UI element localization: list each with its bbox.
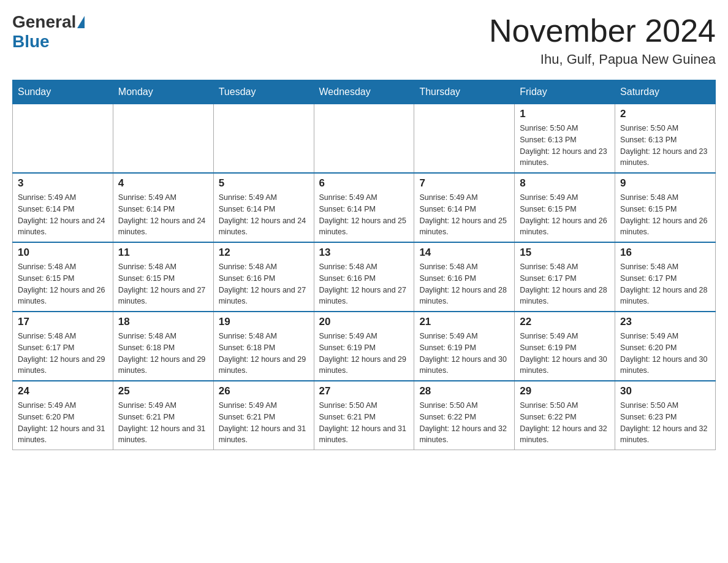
calendar-table: SundayMondayTuesdayWednesdayThursdayFrid… xyxy=(12,80,716,450)
calendar-day-cell: 18Sunrise: 5:48 AMSunset: 6:18 PMDayligh… xyxy=(113,312,213,381)
day-info: Sunrise: 5:48 AMSunset: 6:16 PMDaylight:… xyxy=(319,261,409,307)
day-number: 6 xyxy=(319,177,409,190)
day-of-week-header: Saturday xyxy=(615,80,716,104)
day-number: 20 xyxy=(319,316,409,328)
day-info: Sunrise: 5:49 AMSunset: 6:14 PMDaylight:… xyxy=(419,192,509,238)
calendar-day-cell: 13Sunrise: 5:48 AMSunset: 6:16 PMDayligh… xyxy=(314,242,414,312)
day-number: 16 xyxy=(620,247,710,259)
calendar-week-row: 10Sunrise: 5:48 AMSunset: 6:15 PMDayligh… xyxy=(13,242,716,312)
day-info: Sunrise: 5:48 AMSunset: 6:16 PMDaylight:… xyxy=(419,261,509,307)
calendar-day-cell: 4Sunrise: 5:49 AMSunset: 6:14 PMDaylight… xyxy=(113,173,213,242)
day-of-week-header: Friday xyxy=(515,80,615,104)
day-info: Sunrise: 5:48 AMSunset: 6:18 PMDaylight:… xyxy=(118,331,208,377)
logo-general-text: General xyxy=(12,12,76,32)
calendar-day-cell: 3Sunrise: 5:49 AMSunset: 6:14 PMDaylight… xyxy=(13,173,113,242)
day-of-week-header: Wednesday xyxy=(314,80,414,104)
day-number: 29 xyxy=(520,385,610,397)
calendar-day-cell: 10Sunrise: 5:48 AMSunset: 6:15 PMDayligh… xyxy=(13,242,113,312)
day-number: 27 xyxy=(319,385,409,397)
calendar-day-cell: 14Sunrise: 5:48 AMSunset: 6:16 PMDayligh… xyxy=(414,242,515,312)
day-number: 23 xyxy=(620,316,710,328)
calendar-day-cell: 7Sunrise: 5:49 AMSunset: 6:14 PMDaylight… xyxy=(414,173,515,242)
day-number: 5 xyxy=(219,177,309,190)
calendar-day-cell xyxy=(213,104,314,174)
calendar-day-cell xyxy=(13,104,113,174)
calendar-day-cell: 27Sunrise: 5:50 AMSunset: 6:21 PMDayligh… xyxy=(314,381,414,450)
calendar-week-row: 24Sunrise: 5:49 AMSunset: 6:20 PMDayligh… xyxy=(13,381,716,450)
day-of-week-header: Tuesday xyxy=(213,80,314,104)
day-number: 22 xyxy=(520,316,610,328)
calendar-day-cell xyxy=(414,104,515,174)
day-info: Sunrise: 5:48 AMSunset: 6:18 PMDaylight:… xyxy=(219,331,309,377)
calendar-day-cell: 26Sunrise: 5:49 AMSunset: 6:21 PMDayligh… xyxy=(213,381,314,450)
logo: General Blue xyxy=(12,12,86,52)
calendar-week-row: 3Sunrise: 5:49 AMSunset: 6:14 PMDaylight… xyxy=(13,173,716,242)
calendar-day-cell: 16Sunrise: 5:48 AMSunset: 6:17 PMDayligh… xyxy=(615,242,716,312)
day-info: Sunrise: 5:49 AMSunset: 6:20 PMDaylight:… xyxy=(18,400,108,446)
day-of-week-header: Thursday xyxy=(414,80,515,104)
day-number: 28 xyxy=(419,385,509,397)
day-number: 12 xyxy=(219,247,309,259)
day-number: 8 xyxy=(520,177,610,190)
calendar-day-cell: 23Sunrise: 5:49 AMSunset: 6:20 PMDayligh… xyxy=(615,312,716,381)
day-info: Sunrise: 5:49 AMSunset: 6:20 PMDaylight:… xyxy=(620,331,710,377)
calendar-day-cell: 24Sunrise: 5:49 AMSunset: 6:20 PMDayligh… xyxy=(13,381,113,450)
day-number: 11 xyxy=(118,247,208,259)
day-info: Sunrise: 5:50 AMSunset: 6:13 PMDaylight:… xyxy=(520,123,610,169)
day-info: Sunrise: 5:48 AMSunset: 6:17 PMDaylight:… xyxy=(18,331,108,377)
day-number: 3 xyxy=(18,177,108,190)
day-number: 14 xyxy=(419,247,509,259)
day-number: 4 xyxy=(118,177,208,190)
day-info: Sunrise: 5:48 AMSunset: 6:15 PMDaylight:… xyxy=(620,192,710,238)
day-info: Sunrise: 5:49 AMSunset: 6:14 PMDaylight:… xyxy=(118,192,208,238)
day-info: Sunrise: 5:49 AMSunset: 6:15 PMDaylight:… xyxy=(520,192,610,238)
calendar-day-cell: 8Sunrise: 5:49 AMSunset: 6:15 PMDaylight… xyxy=(515,173,615,242)
calendar-day-cell: 30Sunrise: 5:50 AMSunset: 6:23 PMDayligh… xyxy=(615,381,716,450)
logo-blue-text: Blue xyxy=(12,32,50,52)
calendar-day-cell: 5Sunrise: 5:49 AMSunset: 6:14 PMDaylight… xyxy=(213,173,314,242)
calendar-day-cell: 11Sunrise: 5:48 AMSunset: 6:15 PMDayligh… xyxy=(113,242,213,312)
calendar-header-row: SundayMondayTuesdayWednesdayThursdayFrid… xyxy=(13,80,716,104)
day-info: Sunrise: 5:50 AMSunset: 6:13 PMDaylight:… xyxy=(620,123,710,169)
day-number: 21 xyxy=(419,316,509,328)
day-info: Sunrise: 5:50 AMSunset: 6:21 PMDaylight:… xyxy=(319,400,409,446)
day-number: 1 xyxy=(520,108,610,120)
day-info: Sunrise: 5:48 AMSunset: 6:17 PMDaylight:… xyxy=(620,261,710,307)
day-number: 30 xyxy=(620,385,710,397)
day-info: Sunrise: 5:49 AMSunset: 6:19 PMDaylight:… xyxy=(419,331,509,377)
calendar-day-cell: 15Sunrise: 5:48 AMSunset: 6:17 PMDayligh… xyxy=(515,242,615,312)
day-number: 18 xyxy=(118,316,208,328)
day-number: 13 xyxy=(319,247,409,259)
day-number: 10 xyxy=(18,247,108,259)
calendar-day-cell: 2Sunrise: 5:50 AMSunset: 6:13 PMDaylight… xyxy=(615,104,716,174)
calendar-day-cell xyxy=(314,104,414,174)
day-info: Sunrise: 5:48 AMSunset: 6:15 PMDaylight:… xyxy=(18,261,108,307)
day-number: 15 xyxy=(520,247,610,259)
calendar-day-cell: 22Sunrise: 5:49 AMSunset: 6:19 PMDayligh… xyxy=(515,312,615,381)
calendar-day-cell: 25Sunrise: 5:49 AMSunset: 6:21 PMDayligh… xyxy=(113,381,213,450)
calendar-week-row: 17Sunrise: 5:48 AMSunset: 6:17 PMDayligh… xyxy=(13,312,716,381)
logo-triangle-icon xyxy=(77,16,85,28)
day-info: Sunrise: 5:49 AMSunset: 6:14 PMDaylight:… xyxy=(219,192,309,238)
calendar-day-cell: 21Sunrise: 5:49 AMSunset: 6:19 PMDayligh… xyxy=(414,312,515,381)
day-info: Sunrise: 5:49 AMSunset: 6:14 PMDaylight:… xyxy=(18,192,108,238)
calendar-day-cell xyxy=(113,104,213,174)
calendar-day-cell: 1Sunrise: 5:50 AMSunset: 6:13 PMDaylight… xyxy=(515,104,615,174)
month-title: November 2024 xyxy=(489,12,716,49)
calendar-day-cell: 28Sunrise: 5:50 AMSunset: 6:22 PMDayligh… xyxy=(414,381,515,450)
location-title: Ihu, Gulf, Papua New Guinea xyxy=(489,52,716,67)
day-number: 24 xyxy=(18,385,108,397)
day-number: 7 xyxy=(419,177,509,190)
day-number: 19 xyxy=(219,316,309,328)
day-info: Sunrise: 5:49 AMSunset: 6:19 PMDaylight:… xyxy=(319,331,409,377)
day-info: Sunrise: 5:49 AMSunset: 6:14 PMDaylight:… xyxy=(319,192,409,238)
day-number: 9 xyxy=(620,177,710,190)
day-info: Sunrise: 5:48 AMSunset: 6:17 PMDaylight:… xyxy=(520,261,610,307)
day-info: Sunrise: 5:50 AMSunset: 6:22 PMDaylight:… xyxy=(520,400,610,446)
day-info: Sunrise: 5:50 AMSunset: 6:22 PMDaylight:… xyxy=(419,400,509,446)
calendar-week-row: 1Sunrise: 5:50 AMSunset: 6:13 PMDaylight… xyxy=(13,104,716,174)
day-info: Sunrise: 5:49 AMSunset: 6:19 PMDaylight:… xyxy=(520,331,610,377)
calendar-day-cell: 17Sunrise: 5:48 AMSunset: 6:17 PMDayligh… xyxy=(13,312,113,381)
page-header: General Blue November 2024 Ihu, Gulf, Pa… xyxy=(12,12,716,67)
calendar-day-cell: 6Sunrise: 5:49 AMSunset: 6:14 PMDaylight… xyxy=(314,173,414,242)
